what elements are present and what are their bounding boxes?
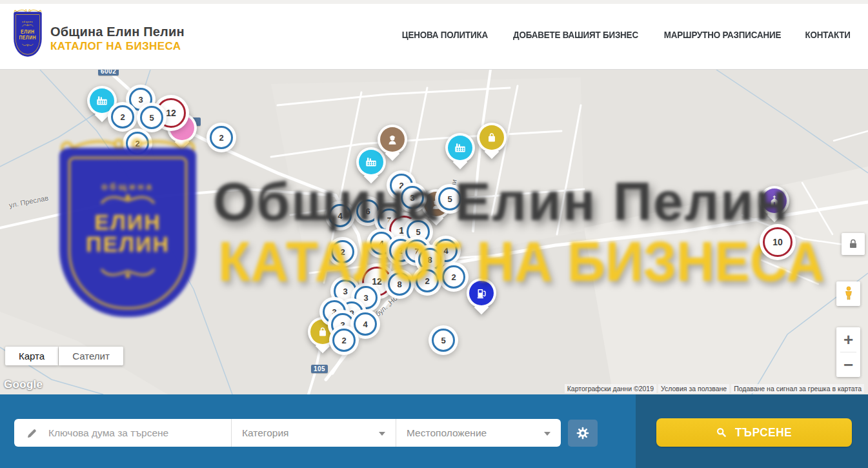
pencil-icon bbox=[26, 427, 39, 440]
crest-org-label: община bbox=[101, 181, 154, 192]
map-cluster-marker[interactable]: 3 bbox=[334, 280, 357, 303]
search-fields: Категория Местоположение bbox=[14, 419, 561, 447]
page: общинаЕЛИНПЕЛИН Община Елин Пелин КАТАЛО… bbox=[0, 0, 868, 468]
map-type-satellite-button[interactable]: Сателит bbox=[59, 347, 123, 365]
logo-text: Община Елин Пелин КАТАЛОГ НА БИЗНЕСА bbox=[50, 9, 185, 53]
map-cluster-marker[interactable]: 2 bbox=[111, 105, 134, 128]
map-canvas[interactable]: ул. Преславбул. „Новоселции 6002105 1232… bbox=[0, 70, 868, 394]
map-pin-fuel[interactable] bbox=[467, 278, 496, 308]
header: общинаЕЛИНПЕЛИН Община Елин Пелин КАТАЛО… bbox=[0, 0, 868, 70]
map-cluster-marker[interactable]: 3 bbox=[401, 186, 424, 209]
nav-add-your-business[interactable]: ДОБАВЕТЕ ВАШИЯТ БИЗНЕС bbox=[513, 30, 638, 40]
lock-icon bbox=[847, 238, 860, 250]
map-cluster-marker[interactable]: 5 bbox=[140, 106, 163, 129]
crest-shield: общинаЕЛИНПЕЛИН bbox=[59, 148, 196, 317]
site-title: Община Елин Пелин bbox=[50, 25, 185, 39]
search-icon bbox=[716, 427, 727, 438]
map-type-map-button[interactable]: Карта bbox=[5, 347, 58, 365]
map-pin-worker[interactable] bbox=[378, 125, 407, 154]
map-lock-button[interactable] bbox=[842, 233, 865, 255]
crest-shield: общинаЕЛИНПЕЛИН bbox=[14, 12, 41, 56]
watermark-crest: общинаЕЛИНПЕЛИН bbox=[56, 137, 200, 317]
municipality-crest-logo: общинаЕЛИНПЕЛИН bbox=[13, 9, 45, 59]
search-bar: Категория Местоположение bbox=[0, 394, 868, 468]
crest-flourish bbox=[99, 261, 157, 283]
search-settings-button[interactable] bbox=[568, 420, 598, 447]
map-cluster-marker[interactable]: 2 bbox=[416, 269, 439, 292]
map-cluster-marker[interactable]: 2 bbox=[442, 265, 465, 289]
pegman-icon bbox=[842, 285, 855, 302]
crest-name-line1: ЕЛИН bbox=[94, 211, 161, 233]
zoom-out-button[interactable]: − bbox=[836, 352, 860, 377]
category-dropdown-label: Категория bbox=[242, 427, 288, 439]
map-cluster-marker[interactable]: 8 bbox=[388, 272, 411, 296]
attribution-terms-link[interactable]: Условия за ползване bbox=[658, 384, 729, 393]
site-logo[interactable]: общинаЕЛИНПЕЛИН Община Елин Пелин КАТАЛО… bbox=[13, 9, 185, 59]
crest-flourish bbox=[99, 192, 157, 211]
chevron-down-icon bbox=[544, 432, 550, 436]
keyword-input[interactable] bbox=[47, 427, 217, 440]
map-pin-bag[interactable] bbox=[477, 123, 507, 152]
nav-pricing-policy[interactable]: ЦЕНОВА ПОЛИТИКА bbox=[402, 30, 488, 40]
chevron-down-icon bbox=[379, 432, 385, 436]
map-cluster-marker[interactable]: 2 bbox=[332, 329, 356, 352]
attribution-copyright: Картографски данни ©2019 bbox=[565, 384, 656, 393]
map-cluster-marker[interactable]: 5 bbox=[438, 187, 461, 210]
map-cluster-marker[interactable]: 6 bbox=[356, 199, 379, 223]
zoom-control: + − bbox=[836, 327, 860, 377]
site-subtitle: КАТАЛОГ НА БИЗНЕСА bbox=[50, 40, 185, 53]
gear-icon bbox=[576, 426, 590, 440]
location-dropdown-label: Местоположение bbox=[407, 427, 487, 439]
search-submit-label: ТЪРСЕНЕ bbox=[734, 426, 791, 440]
map-cluster-marker[interactable]: 8 bbox=[418, 248, 441, 271]
map-cluster-marker[interactable]: 10 bbox=[763, 227, 792, 257]
crest-name-line2: ПЕЛИН bbox=[86, 233, 170, 255]
nav-contacts[interactable]: КОНТАКТИ bbox=[805, 30, 850, 40]
map-cluster-marker[interactable]: 2 bbox=[210, 126, 233, 149]
keyword-field[interactable] bbox=[14, 419, 231, 447]
road-number-badge: 6002 bbox=[98, 70, 119, 76]
google-logo[interactable]: Google bbox=[4, 378, 43, 391]
road-number-badge: 105 bbox=[311, 365, 328, 373]
map-cluster-marker[interactable]: 5 bbox=[432, 329, 455, 352]
zoom-in-button[interactable]: + bbox=[836, 327, 860, 352]
map-cluster-marker[interactable]: 2 bbox=[331, 240, 354, 263]
map-type-control: Карта Сателит bbox=[5, 347, 123, 365]
nav-route-schedule[interactable]: МАРШРУТНО РАЗПИСАНИЕ bbox=[664, 30, 781, 40]
crest-flourish bbox=[22, 42, 34, 48]
main-nav: ЦЕНОВА ПОЛИТИКА ДОБАВЕТЕ ВАШИЯТ БИЗНЕС М… bbox=[400, 0, 851, 70]
map-pin-factory[interactable] bbox=[445, 133, 475, 163]
street-view-pegman-button[interactable] bbox=[836, 281, 860, 306]
map-pin-factory[interactable] bbox=[356, 147, 386, 177]
map-attribution: Картографски данни ©2019 Условия за полз… bbox=[565, 384, 864, 393]
crest-name-line2: ПЕЛИН bbox=[19, 34, 37, 40]
attribution-report-error-link[interactable]: Подаване на сигнал за грешка в картата bbox=[731, 384, 864, 393]
search-submit-button[interactable]: ТЪРСЕНЕ bbox=[656, 418, 852, 447]
map-pin-church[interactable] bbox=[760, 186, 789, 216]
map-cluster-marker[interactable]: 4 bbox=[354, 312, 377, 336]
location-dropdown[interactable]: Местоположение bbox=[396, 419, 561, 447]
category-dropdown[interactable]: Категория bbox=[231, 419, 396, 447]
map-cluster-marker[interactable]: 4 bbox=[328, 204, 352, 227]
